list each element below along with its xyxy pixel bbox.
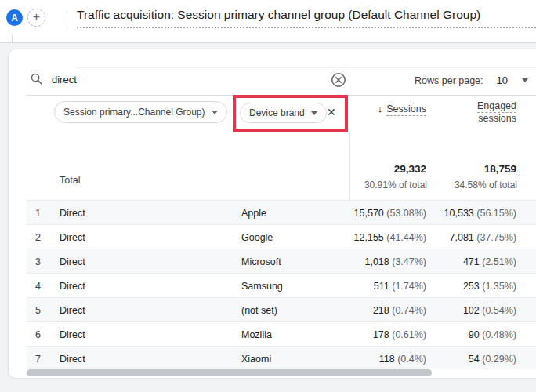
row-engaged: 10,533 (56.15%) [426, 208, 516, 219]
row-index: 3 [27, 256, 41, 267]
row-channel: Direct [60, 329, 85, 340]
row-engaged: 7,081 (37.75%) [426, 232, 516, 243]
row-channel: Direct [60, 354, 85, 365]
total-engaged-share: 34.58% of total [399, 180, 517, 191]
clear-search-button[interactable] [330, 71, 347, 89]
secondary-dimension-label: Device brand [249, 107, 305, 118]
primary-dimension-chip[interactable]: Session primary...Channel Group) [54, 101, 227, 123]
table-row: 1DirectApple15,570 (53.08%)10,533 (56.15… [27, 200, 536, 224]
report-card: direct Rows per page: 10 Session primary… [8, 49, 536, 379]
sidebar-edge [12, 35, 13, 43]
row-sessions: 178 (0.61%) [324, 329, 426, 340]
row-engaged: 253 (1.35%) [426, 281, 516, 292]
row-index: 2 [27, 232, 41, 243]
scrollbar-thumb[interactable] [27, 369, 432, 376]
topbar-divider [67, 11, 67, 29]
row-channel: Direct [60, 256, 85, 267]
remove-dimension-button[interactable]: ✕ [327, 106, 336, 118]
table-row: 4DirectSamsung511 (1.74%)253 (1.35%) [27, 273, 536, 297]
total-label: Total [60, 175, 80, 186]
avatar[interactable]: A [6, 9, 23, 26]
row-brand: Google [241, 232, 273, 243]
row-engaged: 471 (2.51%) [426, 256, 516, 267]
secondary-dimension-chip[interactable]: Device brand [240, 103, 327, 123]
row-sessions: 118 (0.4%) [324, 354, 426, 365]
rows-per-page-control[interactable]: Rows per page: 10 [415, 74, 528, 86]
row-index: 1 [27, 208, 41, 219]
chevron-down-icon[interactable] [212, 111, 218, 114]
row-sessions: 511 (1.74%) [324, 281, 426, 292]
row-brand: Xiaomi [241, 354, 271, 365]
table-body: 1DirectApple15,570 (53.08%)10,533 (56.15… [27, 200, 536, 371]
total-engaged: 18,759 [399, 163, 516, 175]
row-sessions: 15,570 (53.08%) [324, 208, 426, 219]
row-index: 7 [27, 354, 41, 365]
search-input[interactable]: direct [52, 74, 77, 85]
row-brand: Apple [241, 208, 266, 219]
row-engaged: 90 (0.48%) [426, 329, 516, 340]
row-engaged: 54 (0.29%) [426, 354, 516, 365]
horizontal-scrollbar [27, 369, 536, 376]
column-header-engaged-sessions[interactable]: Engaged sessions [399, 100, 516, 125]
table-row: 6DirectMozilla178 (0.61%)90 (0.48%) [27, 321, 536, 346]
row-brand: Mozilla [241, 329, 272, 340]
rows-per-page-label: Rows per page: [415, 75, 483, 86]
row-brand: Microsoft [241, 256, 281, 267]
primary-dimension-label: Session primary...Channel Group) [63, 107, 205, 118]
engaged-header-line1: Engaged [477, 100, 516, 113]
table-row: 7DirectXiaomi118 (0.4%)54 (0.29%) [27, 346, 536, 370]
chevron-down-icon[interactable] [522, 78, 528, 82]
row-index: 4 [27, 281, 41, 292]
new-report-button[interactable]: + [27, 9, 45, 27]
chevron-down-icon[interactable] [311, 111, 317, 115]
row-channel: Direct [60, 305, 85, 316]
page-title[interactable]: Traffic acquisition: Session primary cha… [77, 8, 536, 28]
table-row: 5Direct(not set)218 (0.74%)102 (0.54%) [27, 297, 536, 321]
sort-descending-icon: ↓ [378, 103, 383, 114]
row-channel: Direct [60, 208, 85, 219]
search-icon [30, 72, 43, 89]
row-sessions: 1,018 (3.47%) [324, 256, 426, 267]
row-brand: (not set) [241, 305, 277, 316]
row-channel: Direct [60, 232, 85, 243]
row-brand: Samsung [241, 281, 283, 292]
row-index: 5 [27, 305, 41, 316]
card-top-rule [77, 67, 536, 68]
row-index: 6 [27, 329, 41, 340]
table-row: 3DirectMicrosoft1,018 (3.47%)471 (2.51%) [27, 249, 536, 273]
table-row: 2DirectGoogle12,155 (41.44%)7,081 (37.75… [27, 224, 536, 249]
engaged-header-line2: sessions [478, 113, 516, 125]
row-sessions: 12,155 (41.44%) [324, 232, 426, 243]
row-sessions: 218 (0.74%) [324, 305, 426, 316]
top-bar: A + Traffic acquisition: Session primary… [0, 0, 536, 43]
row-engaged: 102 (0.54%) [426, 305, 516, 316]
rows-per-page-value[interactable]: 10 [497, 74, 508, 86]
row-channel: Direct [60, 281, 85, 292]
